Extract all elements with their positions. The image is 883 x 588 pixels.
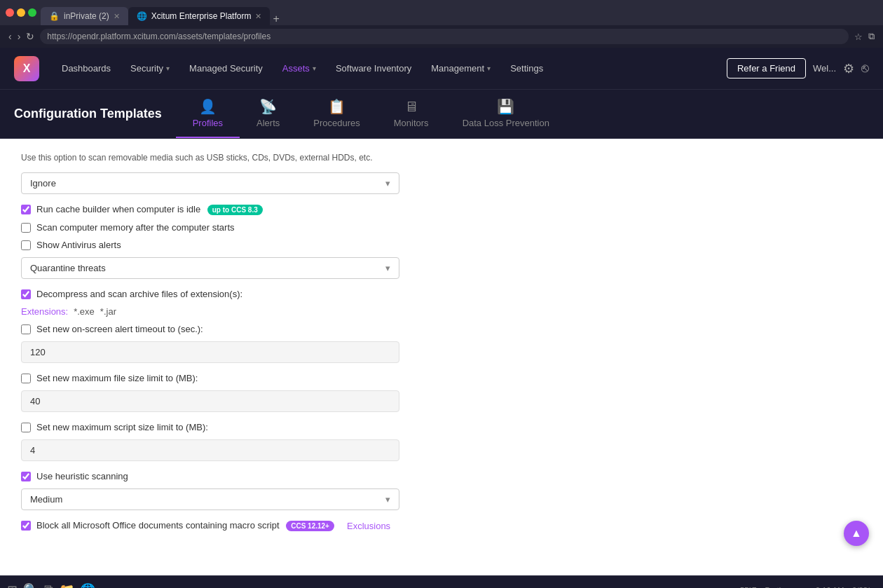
tab-xcitum[interactable]: 🌐 Xcitum Enterprise Platform ✕ [128,7,271,25]
max-script-size-input[interactable] [21,439,399,461]
nav-security[interactable]: Security ▾ [122,59,178,78]
tab-close-active-icon[interactable]: ✕ [255,12,261,21]
extensions-label: Extensions: [21,306,68,317]
heuristic-level-dropdown[interactable]: Medium ▾ [21,488,399,510]
logout-icon[interactable]: ⎋ [861,61,869,76]
dropdown-3-value: Medium [30,494,62,505]
nav-software-inventory[interactable]: Software Inventory [327,59,420,78]
tab-monitors[interactable]: 🖥 Monitors [377,90,446,138]
chevron-down-icon: ▾ [385,494,390,505]
heuristic-label: Use heuristic scanning [36,471,128,481]
decompress-row: Decompress and scan archive files of ext… [21,289,862,299]
maximize-window-button[interactable] [28,8,36,17]
task-icon-2[interactable]: 🌐 [80,582,95,589]
sub-tabs: 👤 Profiles 📡 Alerts 📋 Procedures 🖥 Monit… [176,90,869,138]
sub-nav: Configuration Templates 👤 Profiles 📡 Ale… [0,90,883,139]
removable-media-dropdown[interactable]: Ignore ▾ [21,172,399,194]
search-taskbar-button[interactable]: 🔍 [23,582,39,589]
dropdown-2-row: Quarantine threats ▾ [21,257,862,279]
dropdown-2-value: Quarantine threats [30,263,106,273]
chevron-down-icon: ▾ [166,64,170,72]
nav-management[interactable]: Management ▾ [423,59,499,78]
heuristic-dropdown-row: Medium ▾ [21,488,862,510]
alert-timeout-row: Set new on-screen alert timeout to (sec.… [21,324,862,334]
new-tab-button[interactable]: + [273,13,279,25]
close-window-button[interactable] [6,8,14,17]
logo-text: X [23,62,31,75]
dlp-icon: 💾 [497,98,514,115]
monitors-icon: 🖥 [404,99,418,115]
tab-alerts[interactable]: 📡 Alerts [240,90,296,138]
address-bar: ‹ › ↻ ☆ ⧉ [0,25,883,48]
decompress-checkbox[interactable] [21,289,31,299]
taskbar-time: 9:16 AM [816,586,844,589]
start-button[interactable]: ⊞ [7,582,18,589]
tab-dlp-label: Data Loss Prevention [463,118,549,128]
extension-jar: *.jar [100,306,116,317]
tab-profiles[interactable]: 👤 Profiles [176,90,240,138]
max-script-size-checkbox[interactable] [21,423,31,432]
scan-memory-label: Scan computer memory after the computer … [36,222,235,233]
exclusions-link[interactable]: Exclusions [347,521,390,531]
extensions-row: Extensions: *.exe *.jar [21,306,862,317]
scan-memory-checkbox[interactable] [21,223,31,233]
nav-dashboards[interactable]: Dashboards [53,59,119,78]
back-button[interactable]: ‹ [8,31,12,42]
max-file-size-checkbox[interactable] [21,374,31,383]
taskview-button[interactable]: ⧉ [44,582,53,588]
alert-timeout-label: Set new on-screen alert timeout to (sec.… [36,324,203,334]
show-alerts-label: Show Antivirus alerts [36,240,121,250]
browser-tabs: 🔒 inPrivate (2) ✕ 🌐 Xcitum Enterprise Pl… [41,0,280,25]
block-macro-checkbox[interactable] [21,521,31,531]
max-script-size-label: Set new maximum script size limit to (MB… [36,422,208,432]
tab-label: Xcitum Enterprise Platform [151,11,252,21]
nav-assets[interactable]: Assets ▾ [274,59,324,78]
forward-button[interactable]: › [18,31,21,42]
tab-label: inPrivate (2) [64,11,109,21]
max-file-size-input-row [21,390,862,412]
block-macro-row: Block all Microsoft Office documents con… [21,520,862,531]
cache-builder-label: Run cache builder when computer is idle … [36,204,263,215]
refer-friend-button[interactable]: Refer a Friend [727,58,806,78]
cache-builder-row: Run cache builder when computer is idle … [21,204,862,215]
profiles-icon: 👤 [199,98,217,115]
hint-text: Use this option to scan removable media … [21,153,862,163]
extension-exe: *.exe [74,306,95,317]
hint-row: Use this option to scan removable media … [21,153,862,163]
cache-builder-checkbox[interactable] [21,205,31,214]
alert-timeout-input[interactable] [21,341,399,363]
tab-alerts-label: Alerts [256,118,280,128]
minimize-window-button[interactable] [17,8,25,17]
tab-icon: 🔒 [49,11,60,21]
nav-managed-security[interactable]: Managed Security [181,59,271,78]
nav-settings[interactable]: Settings [502,59,552,78]
chevron-down-icon: ▾ [385,178,390,189]
reload-button[interactable]: ↻ [26,31,34,42]
scroll-to-top-button[interactable]: ▲ [844,521,869,546]
settings-icon[interactable]: ⚙ [843,61,854,76]
tab-close-icon[interactable]: ✕ [114,12,120,21]
window-controls [6,8,36,17]
ccs-12-badge: CCS 12.12+ [286,521,334,531]
max-file-size-label: Set new maximum file size limit to (MB): [36,373,198,383]
decompress-label: Decompress and scan archive files of ext… [36,289,242,299]
max-file-size-input[interactable] [21,390,399,412]
task-icon-1[interactable]: 📁 [59,582,74,589]
address-input[interactable] [40,29,849,44]
extensions-icon[interactable]: ⧉ [868,31,875,42]
quarantine-threats-dropdown[interactable]: Quarantine threats ▾ [21,257,399,279]
alert-timeout-checkbox[interactable] [21,324,31,334]
max-script-size-row: Set new maximum script size limit to (MB… [21,422,862,432]
dropdown-1-value: Ignore [30,178,56,189]
show-alerts-row: Show Antivirus alerts [21,240,862,250]
tab-procedures[interactable]: 📋 Procedures [296,90,376,138]
welcome-text: Wel... [813,63,836,74]
alerts-icon: 📡 [259,98,277,115]
bookmark-icon[interactable]: ☆ [854,32,863,42]
heuristic-checkbox[interactable] [21,472,31,481]
tab-inprivate[interactable]: 🔒 inPrivate (2) ✕ [41,7,128,25]
procedures-icon: 📋 [328,98,345,115]
show-alerts-checkbox[interactable] [21,240,31,250]
tab-data-loss-prevention[interactable]: 💾 Data Loss Prevention [446,90,566,138]
app-header: X Dashboards Security ▾ Managed Security… [0,48,883,90]
